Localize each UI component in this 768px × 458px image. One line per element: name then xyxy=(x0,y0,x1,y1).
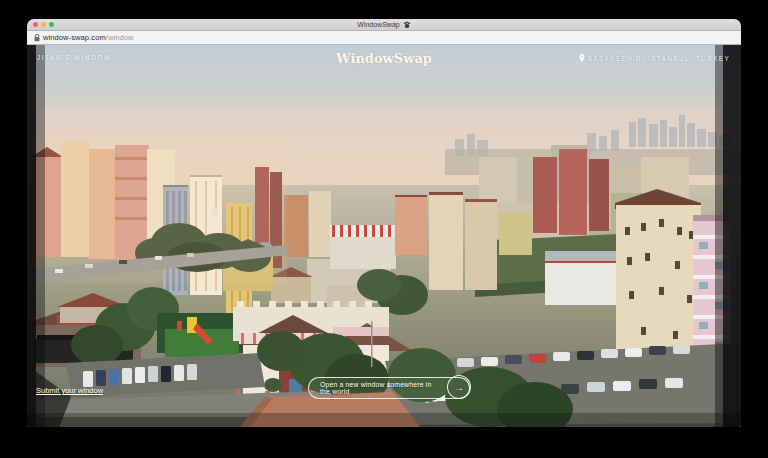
paw-icon xyxy=(403,21,411,29)
open-new-window-button[interactable]: Open a new window somewhere in the world… xyxy=(308,377,470,399)
location-label: BAŞAKŞEHIR, ISTANBUL, TURKEY xyxy=(579,54,730,63)
url-host: window-swap.com xyxy=(43,33,106,42)
browser-window: WindowSwap window-swap.com/window xyxy=(27,19,741,427)
open-button-label: Open a new window somewhere in the world xyxy=(320,381,443,395)
lock-icon[interactable] xyxy=(34,34,40,42)
screenshot-background: WindowSwap window-swap.com/window xyxy=(0,0,768,458)
location-text: BAŞAKŞEHIR, ISTANBUL, TURKEY xyxy=(588,55,730,62)
window-view-photo: JITAN'S WINDOW WindowSwap BAŞAKŞEHIR, IS… xyxy=(27,45,741,427)
zoom-window-button[interactable] xyxy=(49,22,54,27)
arrow-right-icon: → xyxy=(454,382,464,393)
traffic-lights xyxy=(33,22,54,27)
browser-titlebar[interactable]: WindowSwap xyxy=(27,19,741,31)
url-path: /window xyxy=(106,33,134,42)
submit-window-link[interactable]: Submit your window xyxy=(36,386,103,395)
url-field[interactable]: window-swap.com/window xyxy=(43,34,134,42)
location-pin-icon xyxy=(579,54,585,63)
window-title: WindowSwap xyxy=(357,21,399,28)
istanbul-cityscape-illustration xyxy=(27,45,741,427)
close-window-button[interactable] xyxy=(33,22,38,27)
minimize-window-button[interactable] xyxy=(41,22,46,27)
arrow-circle: → xyxy=(447,375,471,399)
browser-url-bar[interactable]: window-swap.com/window xyxy=(27,31,741,45)
